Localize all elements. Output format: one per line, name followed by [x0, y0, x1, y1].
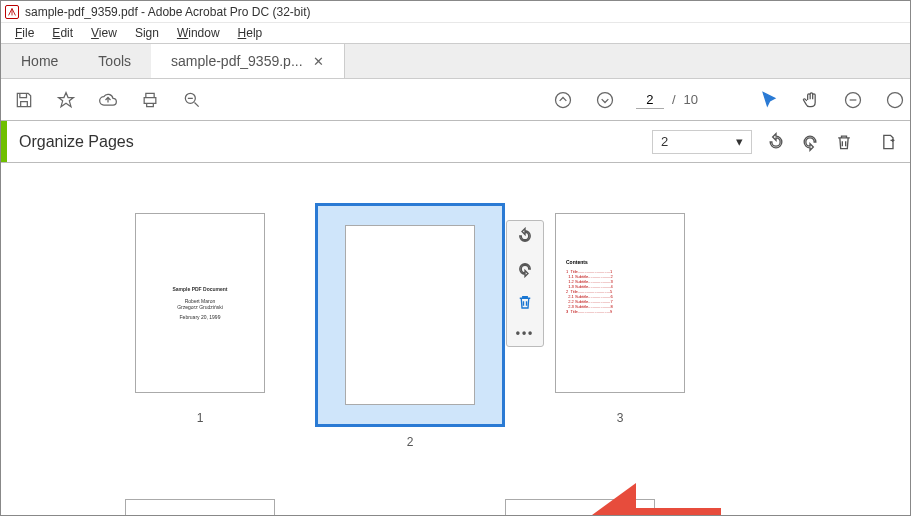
page2-label: 2: [407, 435, 414, 449]
organize-title: Organize Pages: [7, 133, 134, 151]
rotate-cw-button[interactable]: [798, 130, 822, 154]
print-icon[interactable]: [139, 89, 161, 111]
menu-file[interactable]: File: [7, 24, 42, 42]
tab-document-label: sample-pdf_9359.p...: [171, 53, 303, 69]
tab-strip: Home Tools sample-pdf_9359.p... ✕: [1, 43, 910, 79]
menu-sign[interactable]: Sign: [127, 24, 167, 42]
main-toolbar: / 10: [1, 79, 910, 121]
page-more-button[interactable]: •••: [516, 326, 535, 340]
more-icon[interactable]: [884, 89, 906, 111]
chevron-down-icon: ▾: [736, 134, 743, 149]
page3-label: 3: [617, 411, 624, 425]
page-navigator: / 10: [636, 91, 698, 109]
cloud-upload-icon[interactable]: [97, 89, 119, 111]
menu-window[interactable]: Window: [169, 24, 228, 42]
page-range-dropdown[interactable]: 2 ▾: [652, 130, 752, 154]
page-rotate-ccw-button[interactable]: [516, 227, 534, 248]
dropdown-value: 2: [661, 134, 668, 149]
page1-author2: Grzegorz Grudziński: [177, 304, 223, 310]
star-icon[interactable]: [55, 89, 77, 111]
svg-marker-5: [581, 483, 721, 515]
menu-help[interactable]: Help: [230, 24, 271, 42]
thumb-page-4-partial[interactable]: [125, 499, 275, 515]
title-bar: sample-pdf_9359.pdf - Adobe Acrobat Pro …: [1, 1, 910, 23]
tab-tools[interactable]: Tools: [78, 44, 151, 78]
page1-label: 1: [197, 411, 204, 425]
page3-heading: Contents: [566, 259, 588, 265]
page-rotate-cw-button[interactable]: [516, 260, 534, 281]
zoom-minus-icon[interactable]: [842, 89, 864, 111]
app-icon: [5, 5, 19, 19]
page-total: 10: [684, 92, 698, 107]
page-separator: /: [672, 92, 676, 107]
page-up-icon[interactable]: [552, 89, 574, 111]
save-icon[interactable]: [13, 89, 35, 111]
extract-page-button[interactable]: [876, 130, 900, 154]
annotation-arrow: [581, 483, 721, 515]
tab-home[interactable]: Home: [1, 44, 78, 78]
menu-edit[interactable]: Edit: [44, 24, 81, 42]
hand-icon[interactable]: [800, 89, 822, 111]
svg-point-4: [888, 92, 903, 107]
thumbnails-area: Sample PDF Document Robert Maron Grzegor…: [1, 163, 910, 515]
thumbs-row-2: [25, 499, 886, 515]
page-number-input[interactable]: [636, 91, 664, 109]
page1-title: Sample PDF Document: [172, 286, 227, 292]
menu-view[interactable]: View: [83, 24, 125, 42]
organize-pages-bar: Organize Pages 2 ▾: [1, 121, 910, 163]
pointer-icon[interactable]: [758, 89, 780, 111]
rotate-ccw-button[interactable]: [764, 130, 788, 154]
page-actions-popup: •••: [506, 220, 544, 347]
tab-document[interactable]: sample-pdf_9359.p... ✕: [151, 44, 345, 78]
page-down-icon[interactable]: [594, 89, 616, 111]
page3-toc-mock: 1 Title.............................1 1.…: [566, 269, 613, 314]
page1-date: February 20, 1999: [180, 314, 221, 320]
window-title: sample-pdf_9359.pdf - Adobe Acrobat Pro …: [25, 5, 311, 19]
delete-page-button[interactable]: [832, 130, 856, 154]
zoom-out-icon[interactable]: [181, 89, 203, 111]
thumb-page-1[interactable]: Sample PDF Document Robert Maron Grzegor…: [125, 203, 275, 425]
svg-point-1: [555, 92, 570, 107]
page-delete-button[interactable]: [516, 293, 534, 314]
thumb-page-3[interactable]: Contents 1 Title........................…: [545, 203, 695, 425]
tab-close-icon[interactable]: ✕: [313, 54, 324, 69]
thumb-page-2[interactable]: ••• 2: [315, 203, 505, 449]
menu-bar: File Edit View Sign Window Help: [1, 23, 910, 43]
svg-point-2: [597, 92, 612, 107]
